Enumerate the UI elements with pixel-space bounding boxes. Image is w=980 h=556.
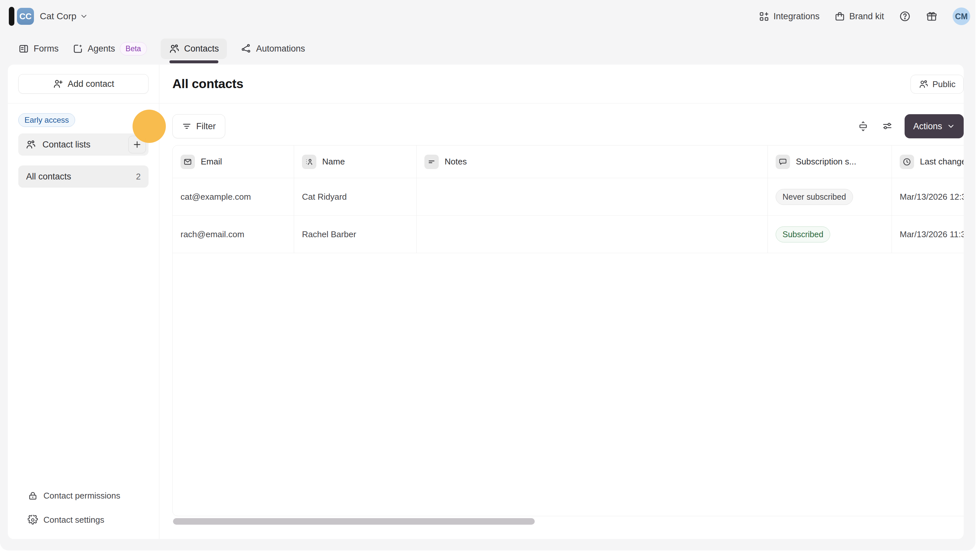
tab-forms-label: Forms [34, 44, 59, 54]
horizontal-scrollbar-thumb[interactable] [173, 518, 535, 525]
tab-automations[interactable]: Automations [241, 39, 305, 59]
tab-forms[interactable]: Forms [18, 39, 59, 59]
tab-agents[interactable]: Agents Beta [73, 37, 147, 60]
email-column-icon [180, 155, 195, 169]
workspace-avatar[interactable]: CC [17, 8, 34, 25]
column-header-subscription-status[interactable]: Subscription s... [768, 145, 892, 178]
people-icon [26, 139, 36, 150]
row-height-icon [858, 121, 869, 132]
contacts-table: Email Name Notes [172, 145, 964, 516]
column-header-last-change[interactable]: Last change [892, 145, 964, 178]
add-contact-label: Add contact [68, 79, 114, 89]
filter-label: Filter [196, 121, 216, 131]
filter-button[interactable]: Filter [172, 114, 225, 138]
early-access-badge: Early access [18, 113, 75, 127]
contact-settings-label: Contact settings [44, 515, 104, 525]
app-frame: CC Cat Corp Integrations Brand kit [0, 0, 975, 550]
integrations-label: Integrations [773, 11, 820, 21]
gear-icon [28, 515, 38, 525]
contacts-icon [169, 44, 180, 54]
cell-name[interactable]: Rachel Barber [302, 230, 356, 239]
public-people-icon [918, 79, 928, 89]
sidebar-item-all-contacts[interactable]: All contacts 2 [18, 165, 149, 187]
automations-icon [241, 44, 251, 54]
filter-icon [182, 121, 192, 131]
contact-lists-label: Contact lists [42, 140, 91, 150]
column-header-email[interactable]: Email [173, 145, 294, 178]
add-list-button[interactable] [128, 136, 146, 154]
gift-icon [926, 10, 938, 22]
agents-icon [73, 44, 83, 54]
actions-label: Actions [913, 121, 942, 131]
sidebar-top-section: Add contact [8, 65, 159, 103]
content-card: Add contact Early access Contact lists A… [8, 65, 964, 539]
contacts-main: All contacts Public Filter [159, 65, 964, 539]
name-column-icon [302, 155, 316, 169]
help-button[interactable] [899, 10, 911, 22]
contact-lists-header[interactable]: Contact lists [18, 133, 149, 156]
contact-settings-button[interactable]: Contact settings [28, 508, 149, 532]
tally-logo[interactable] [9, 7, 15, 26]
help-icon [899, 10, 911, 22]
sidebar-spacer [8, 187, 159, 483]
tab-contacts-label: Contacts [184, 44, 219, 54]
active-tab-indicator [169, 60, 219, 63]
contact-permissions-label: Contact permissions [44, 491, 120, 501]
contact-permissions-button[interactable]: Contact permissions [28, 483, 149, 508]
beta-badge: Beta [120, 42, 147, 55]
subscription-status-badge[interactable]: Subscribed [776, 226, 830, 242]
tab-contacts[interactable]: Contacts [160, 39, 227, 59]
integrations-button[interactable]: Integrations [759, 11, 820, 22]
lock-icon [28, 491, 38, 501]
subscription-status-badge[interactable]: Never subscribed [776, 189, 853, 205]
table-toolbar: Filter Actions [159, 103, 964, 145]
table-row[interactable]: cat@example.com Cat Ridyard Never subscr… [173, 178, 964, 216]
table-row[interactable]: rach@email.com Rachel Barber Subscribed … [173, 216, 964, 253]
subscription-column-icon [776, 155, 790, 169]
table-header-row: Email Name Notes [173, 145, 964, 178]
brand-kit-icon [834, 11, 845, 22]
cell-name[interactable]: Cat Ridyard [302, 192, 347, 202]
last-change-column-icon [900, 155, 914, 169]
cell-last-change[interactable]: Mar/13/2026 11:3 [900, 230, 964, 239]
primary-nav-tabs: Forms Agents Beta Contacts Automations [0, 32, 975, 65]
workspace-name[interactable]: Cat Corp [40, 11, 76, 21]
sliders-icon [882, 121, 893, 132]
page-title: All contacts [172, 77, 243, 91]
cell-last-change[interactable]: Mar/13/2026 12:3 [900, 192, 964, 202]
tab-agents-label: Agents [88, 44, 115, 54]
integrations-icon [759, 11, 769, 22]
row-height-button[interactable] [854, 118, 872, 135]
add-contact-button[interactable]: Add contact [18, 74, 149, 94]
notes-column-icon [424, 155, 439, 169]
cell-email[interactable]: cat@example.com [180, 192, 251, 202]
main-header: All contacts Public [159, 65, 964, 103]
top-bar: CC Cat Corp Integrations Brand kit [0, 0, 975, 32]
contacts-sidebar: Add contact Early access Contact lists A… [8, 65, 159, 539]
forms-icon [18, 44, 29, 54]
workspace-chevron-down-icon[interactable] [79, 12, 88, 21]
all-contacts-count: 2 [136, 171, 141, 182]
all-contacts-label: All contacts [26, 171, 71, 182]
tab-automations-label: Automations [256, 44, 305, 54]
view-settings-button[interactable] [878, 118, 896, 135]
actions-chevron-down-icon [947, 122, 955, 131]
toolbar-right: Actions [854, 114, 964, 138]
cell-email[interactable]: rach@email.com [180, 230, 244, 239]
column-header-notes[interactable]: Notes [416, 145, 768, 178]
public-button[interactable]: Public [910, 75, 964, 94]
actions-button[interactable]: Actions [905, 114, 964, 138]
public-label: Public [932, 79, 956, 89]
top-bar-actions: Integrations Brand kit CM [759, 8, 970, 25]
user-avatar[interactable]: CM [952, 8, 970, 25]
person-plus-icon [53, 79, 63, 89]
brand-kit-label: Brand kit [849, 11, 884, 21]
sidebar-lists-section: Early access Contact lists All contacts … [8, 103, 159, 187]
sidebar-footer: Contact permissions Contact settings [8, 483, 159, 539]
plus-icon [133, 140, 142, 149]
whats-new-button[interactable] [926, 10, 938, 22]
column-header-name[interactable]: Name [294, 145, 416, 178]
brand-kit-button[interactable]: Brand kit [834, 11, 884, 22]
